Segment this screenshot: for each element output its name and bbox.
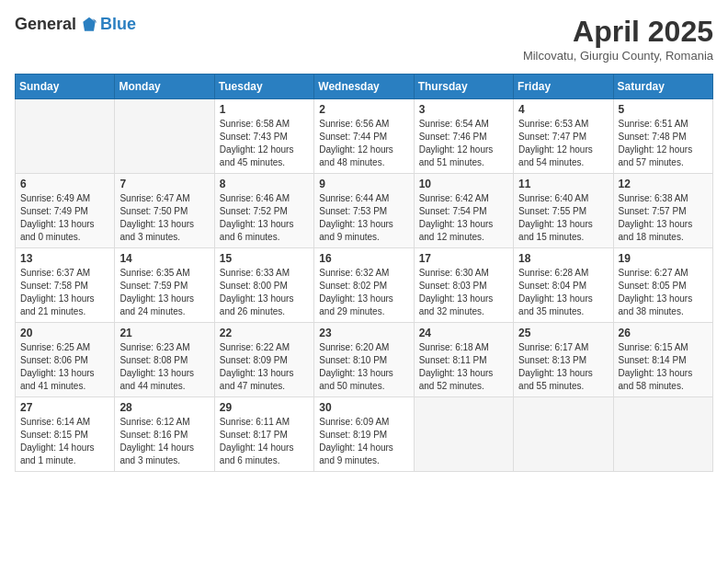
day-number: 23 bbox=[319, 327, 408, 339]
calendar-cell: 22Sunrise: 6:22 AMSunset: 8:09 PMDayligh… bbox=[214, 323, 313, 397]
logo-blue: Blue bbox=[100, 15, 136, 34]
calendar-cell: 26Sunrise: 6:15 AMSunset: 8:14 PMDayligh… bbox=[613, 323, 712, 397]
day-info: Sunrise: 6:51 AMSunset: 7:48 PMDaylight:… bbox=[619, 118, 708, 169]
logo-general: General bbox=[15, 15, 76, 34]
day-number: 19 bbox=[619, 252, 708, 265]
day-number: 6 bbox=[20, 178, 109, 190]
day-info: Sunrise: 6:53 AMSunset: 7:47 PMDaylight:… bbox=[518, 118, 608, 169]
day-info: Sunrise: 6:25 AMSunset: 8:06 PMDaylight:… bbox=[20, 341, 109, 393]
day-number: 27 bbox=[20, 401, 109, 414]
calendar-cell: 11Sunrise: 6:40 AMSunset: 7:55 PMDayligh… bbox=[514, 174, 613, 248]
week-row-5: 27Sunrise: 6:14 AMSunset: 8:15 PMDayligh… bbox=[16, 397, 713, 472]
month-title: April 2025 bbox=[523, 15, 713, 49]
calendar-cell: 24Sunrise: 6:18 AMSunset: 8:11 PMDayligh… bbox=[414, 323, 513, 397]
week-row-4: 20Sunrise: 6:25 AMSunset: 8:06 PMDayligh… bbox=[16, 323, 713, 397]
day-info: Sunrise: 6:22 AMSunset: 8:09 PMDaylight:… bbox=[220, 341, 309, 393]
day-number: 26 bbox=[619, 327, 708, 339]
day-number: 4 bbox=[518, 103, 608, 116]
day-number: 14 bbox=[119, 252, 209, 265]
day-number: 1 bbox=[220, 103, 309, 116]
calendar-cell: 27Sunrise: 6:14 AMSunset: 8:15 PMDayligh… bbox=[16, 397, 115, 472]
logo-icon bbox=[80, 16, 98, 34]
day-info: Sunrise: 6:12 AMSunset: 8:16 PMDaylight:… bbox=[119, 416, 209, 467]
day-info: Sunrise: 6:11 AMSunset: 8:17 PMDaylight:… bbox=[220, 416, 309, 467]
day-info: Sunrise: 6:44 AMSunset: 7:53 PMDaylight:… bbox=[319, 192, 408, 244]
day-number: 28 bbox=[119, 401, 209, 414]
day-number: 21 bbox=[119, 327, 209, 339]
calendar-cell: 25Sunrise: 6:17 AMSunset: 8:13 PMDayligh… bbox=[514, 323, 613, 397]
day-number: 29 bbox=[220, 401, 309, 414]
calendar-cell: 13Sunrise: 6:37 AMSunset: 7:58 PMDayligh… bbox=[16, 248, 115, 323]
day-number: 13 bbox=[20, 252, 109, 265]
day-number: 2 bbox=[319, 103, 408, 116]
calendar-cell: 9Sunrise: 6:44 AMSunset: 7:53 PMDaylight… bbox=[314, 174, 414, 248]
header-wednesday: Wednesday bbox=[314, 75, 414, 99]
calendar-cell bbox=[16, 99, 115, 174]
day-info: Sunrise: 6:09 AMSunset: 8:19 PMDaylight:… bbox=[319, 416, 408, 467]
day-info: Sunrise: 6:37 AMSunset: 7:58 PMDaylight:… bbox=[20, 267, 109, 318]
day-number: 18 bbox=[518, 252, 608, 265]
day-number: 15 bbox=[220, 252, 309, 265]
calendar-cell: 4Sunrise: 6:53 AMSunset: 7:47 PMDaylight… bbox=[514, 99, 613, 174]
calendar-cell: 10Sunrise: 6:42 AMSunset: 7:54 PMDayligh… bbox=[414, 174, 513, 248]
calendar-cell: 20Sunrise: 6:25 AMSunset: 8:06 PMDayligh… bbox=[16, 323, 115, 397]
calendar-cell: 2Sunrise: 6:56 AMSunset: 7:44 PMDaylight… bbox=[314, 99, 414, 174]
day-info: Sunrise: 6:17 AMSunset: 8:13 PMDaylight:… bbox=[518, 341, 608, 393]
logo: General Blue bbox=[15, 15, 136, 34]
calendar-cell bbox=[115, 99, 214, 174]
location: Milcovatu, Giurgiu County, Romania bbox=[523, 49, 713, 63]
day-info: Sunrise: 6:14 AMSunset: 8:15 PMDaylight:… bbox=[20, 416, 109, 467]
title-block: April 2025 Milcovatu, Giurgiu County, Ro… bbox=[523, 15, 713, 63]
day-number: 12 bbox=[619, 178, 708, 190]
day-number: 20 bbox=[20, 327, 109, 339]
day-info: Sunrise: 6:18 AMSunset: 8:11 PMDaylight:… bbox=[419, 341, 508, 393]
day-info: Sunrise: 6:46 AMSunset: 7:52 PMDaylight:… bbox=[220, 192, 309, 244]
page-header: General Blue April 2025 Milcovatu, Giurg… bbox=[15, 15, 713, 63]
calendar-cell: 1Sunrise: 6:58 AMSunset: 7:43 PMDaylight… bbox=[214, 99, 313, 174]
calendar-cell bbox=[514, 397, 613, 472]
day-info: Sunrise: 6:33 AMSunset: 8:00 PMDaylight:… bbox=[220, 267, 309, 318]
calendar-cell bbox=[414, 397, 513, 472]
day-number: 3 bbox=[419, 103, 508, 116]
calendar-cell: 17Sunrise: 6:30 AMSunset: 8:03 PMDayligh… bbox=[414, 248, 513, 323]
day-number: 17 bbox=[419, 252, 508, 265]
calendar-cell: 30Sunrise: 6:09 AMSunset: 8:19 PMDayligh… bbox=[314, 397, 414, 472]
header-saturday: Saturday bbox=[613, 75, 712, 99]
calendar-cell: 8Sunrise: 6:46 AMSunset: 7:52 PMDaylight… bbox=[214, 174, 313, 248]
day-number: 9 bbox=[319, 178, 408, 190]
day-number: 25 bbox=[518, 327, 608, 339]
header-thursday: Thursday bbox=[414, 75, 513, 99]
header-friday: Friday bbox=[514, 75, 613, 99]
calendar-cell: 12Sunrise: 6:38 AMSunset: 7:57 PMDayligh… bbox=[613, 174, 712, 248]
day-info: Sunrise: 6:28 AMSunset: 8:04 PMDaylight:… bbox=[518, 267, 608, 318]
calendar-cell: 15Sunrise: 6:33 AMSunset: 8:00 PMDayligh… bbox=[214, 248, 313, 323]
day-info: Sunrise: 6:27 AMSunset: 8:05 PMDaylight:… bbox=[619, 267, 708, 318]
day-info: Sunrise: 6:38 AMSunset: 7:57 PMDaylight:… bbox=[619, 192, 708, 244]
day-info: Sunrise: 6:58 AMSunset: 7:43 PMDaylight:… bbox=[220, 118, 309, 169]
calendar-cell bbox=[613, 397, 712, 472]
day-info: Sunrise: 6:23 AMSunset: 8:08 PMDaylight:… bbox=[119, 341, 209, 393]
day-number: 7 bbox=[119, 178, 209, 190]
day-number: 16 bbox=[319, 252, 408, 265]
calendar-cell: 29Sunrise: 6:11 AMSunset: 8:17 PMDayligh… bbox=[214, 397, 313, 472]
day-info: Sunrise: 6:56 AMSunset: 7:44 PMDaylight:… bbox=[319, 118, 408, 169]
day-info: Sunrise: 6:47 AMSunset: 7:50 PMDaylight:… bbox=[119, 192, 209, 244]
day-info: Sunrise: 6:35 AMSunset: 7:59 PMDaylight:… bbox=[119, 267, 209, 318]
calendar-cell: 7Sunrise: 6:47 AMSunset: 7:50 PMDaylight… bbox=[115, 174, 214, 248]
week-row-2: 6Sunrise: 6:49 AMSunset: 7:49 PMDaylight… bbox=[16, 174, 713, 248]
header-sunday: Sunday bbox=[16, 75, 115, 99]
calendar-cell: 23Sunrise: 6:20 AMSunset: 8:10 PMDayligh… bbox=[314, 323, 414, 397]
day-info: Sunrise: 6:15 AMSunset: 8:14 PMDaylight:… bbox=[619, 341, 708, 393]
week-row-3: 13Sunrise: 6:37 AMSunset: 7:58 PMDayligh… bbox=[16, 248, 713, 323]
calendar-cell: 3Sunrise: 6:54 AMSunset: 7:46 PMDaylight… bbox=[414, 99, 513, 174]
calendar-cell: 14Sunrise: 6:35 AMSunset: 7:59 PMDayligh… bbox=[115, 248, 214, 323]
header-monday: Monday bbox=[115, 75, 214, 99]
day-number: 30 bbox=[319, 401, 408, 414]
day-info: Sunrise: 6:40 AMSunset: 7:55 PMDaylight:… bbox=[518, 192, 608, 244]
calendar-header-row: SundayMondayTuesdayWednesdayThursdayFrid… bbox=[16, 75, 713, 99]
calendar-cell: 16Sunrise: 6:32 AMSunset: 8:02 PMDayligh… bbox=[314, 248, 414, 323]
day-info: Sunrise: 6:54 AMSunset: 7:46 PMDaylight:… bbox=[419, 118, 508, 169]
day-number: 10 bbox=[419, 178, 508, 190]
calendar-cell: 5Sunrise: 6:51 AMSunset: 7:48 PMDaylight… bbox=[613, 99, 712, 174]
calendar-cell: 18Sunrise: 6:28 AMSunset: 8:04 PMDayligh… bbox=[514, 248, 613, 323]
